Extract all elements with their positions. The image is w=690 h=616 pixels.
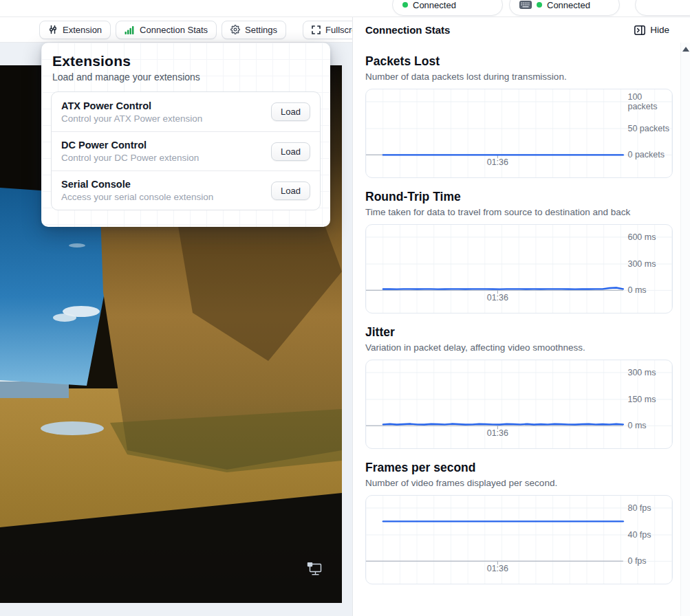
extension-description: Access your serial console extension — [61, 192, 213, 202]
list-item-atx-power: ATX Power Control Control your ATX Power… — [52, 92, 320, 131]
stat-title: Frames per second — [365, 461, 672, 475]
panel-title: Connection Stats — [365, 24, 450, 36]
list-item-serial-console: Serial Console Access your serial consol… — [52, 170, 320, 210]
y-axis-label: 50 packets — [627, 124, 670, 133]
y-axis-label: 300 ms — [627, 368, 670, 377]
connection-stats-button[interactable]: Connection Stats — [116, 21, 217, 39]
extension-button[interactable]: Extension — [39, 21, 111, 39]
keyboard-status-badge[interactable]: Connected — [509, 0, 620, 16]
packets-lost-chart: 100 packets 50 packets 0 packets 01:36 — [365, 89, 673, 178]
y-axis-label: 600 ms — [627, 232, 670, 242]
popover-subtitle: Load and manage your extensions — [52, 72, 319, 82]
status-dot — [537, 2, 542, 8]
y-axis-label: 80 fps — [627, 503, 670, 513]
stat-section-packets-lost: Packets Lost Number of data packets lost… — [365, 54, 672, 178]
action-toolbar: Extension Connection Stats Settings Full — [0, 17, 352, 43]
top-status-bar: Connected Connected — [0, 0, 690, 17]
y-axis-label: 40 fps — [627, 530, 670, 540]
frames-per-second-chart: 80 fps 40 fps 0 fps 01:36 — [365, 495, 673, 584]
y-axis-label: 0 fps — [627, 556, 670, 566]
x-axis-tick-label: 01:36 — [487, 428, 508, 438]
jitter-chart: 300 ms 150 ms 0 ms 01:36 — [365, 360, 673, 449]
button-label: Connection Stats — [140, 25, 208, 35]
settings-button[interactable]: Settings — [222, 21, 286, 39]
y-axis-label: 150 ms — [627, 395, 670, 404]
extension-name: ATX Power Control — [61, 100, 202, 111]
button-label: Extension — [63, 25, 102, 35]
hide-label: Hide — [650, 25, 669, 35]
status-dot — [402, 2, 408, 8]
list-item-dc-power: DC Power Control Control your DC Power e… — [52, 131, 320, 170]
y-axis-label: 0 ms — [627, 285, 670, 295]
gear-icon — [230, 25, 240, 34]
panel-collapse-icon — [634, 25, 645, 35]
extension-description: Control your ATX Power extension — [61, 113, 202, 124]
extensions-list: ATX Power Control Control your ATX Power… — [51, 91, 321, 210]
stat-description: Number of data packets lost during trans… — [365, 72, 672, 82]
scroll-up-arrow-icon[interactable] — [682, 47, 689, 52]
partial-badge[interactable] — [635, 0, 690, 16]
stat-description: Variation in packet delay, affecting vid… — [365, 342, 672, 353]
stat-title: Packets Lost — [365, 54, 672, 69]
extension-description: Control your DC Power extension — [61, 153, 199, 163]
stat-section-round-trip-time: Round-Trip Time Time taken for data to t… — [365, 190, 672, 314]
keyboard-icon — [519, 1, 532, 9]
extension-name: DC Power Control — [61, 140, 199, 151]
status-label: Connected — [413, 0, 456, 10]
y-axis-label: 0 ms — [627, 421, 670, 430]
x-axis-tick-label: 01:36 — [487, 293, 508, 302]
x-axis-tick-label: 01:36 — [487, 157, 508, 167]
button-label: Settings — [245, 25, 277, 35]
load-atx-power-button[interactable]: Load — [271, 102, 310, 121]
fullscreen-icon — [312, 25, 321, 34]
y-axis-label: 100 packets — [627, 92, 670, 112]
video-status-badge[interactable]: Connected — [392, 0, 503, 16]
extensions-popover: Extensions Load and manage your extensio… — [41, 43, 330, 227]
popover-title: Extensions — [52, 53, 319, 69]
sliders-icon — [48, 25, 58, 34]
stat-title: Jitter — [365, 325, 672, 340]
virtual-display-icon — [306, 562, 323, 577]
load-dc-power-button[interactable]: Load — [271, 142, 310, 161]
panel-header: Connection Stats Hide — [365, 17, 672, 43]
x-axis-tick-label: 01:36 — [487, 564, 508, 573]
y-axis-label: 0 packets — [627, 150, 670, 160]
round-trip-time-chart: 600 ms 300 ms 0 ms 01:36 — [365, 224, 673, 314]
kvm-app-window: Connected Connected Extension Conn — [0, 0, 690, 616]
connection-stats-panel: Connection Stats Hide Packets Lost Numbe… — [352, 17, 690, 616]
status-label: Connected — [547, 0, 590, 10]
hide-panel-button[interactable]: Hide — [632, 23, 672, 36]
extension-name: Serial Console — [61, 179, 213, 190]
panel-scrollbar[interactable] — [680, 43, 690, 616]
stat-description: Time taken for data to travel from sourc… — [365, 207, 672, 217]
stat-description: Number of video frames displayed per sec… — [365, 478, 672, 488]
stat-section-jitter: Jitter Variation in packet delay, affect… — [365, 325, 672, 449]
stat-section-frames-per-second: Frames per second Number of video frames… — [365, 461, 672, 584]
y-axis-label: 300 ms — [627, 259, 670, 269]
stat-title: Round-Trip Time — [365, 190, 672, 204]
load-serial-console-button[interactable]: Load — [271, 182, 310, 200]
signal-bars-icon — [125, 25, 135, 34]
